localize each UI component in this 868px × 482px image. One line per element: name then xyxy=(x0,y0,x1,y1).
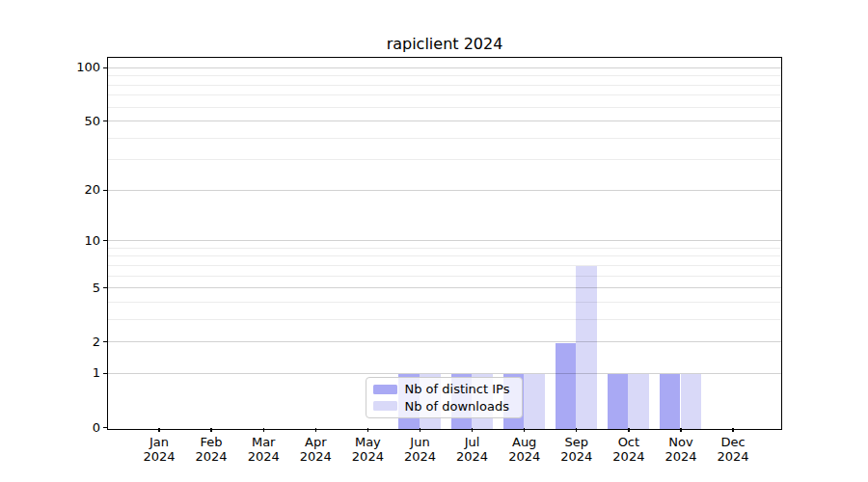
y-tick-label: 1 xyxy=(58,365,100,381)
x-tick-label: Feb2024 xyxy=(184,435,238,465)
gridline-major xyxy=(108,287,781,288)
gridline-major xyxy=(108,240,781,241)
x-tick-label: Mar2024 xyxy=(236,435,290,465)
y-axis-tick xyxy=(103,190,108,191)
x-tick-label: Jun2024 xyxy=(393,435,448,465)
y-tick-label: 2 xyxy=(58,335,100,350)
x-axis-tick xyxy=(524,428,525,433)
x-tick-label: Sep2024 xyxy=(550,435,604,465)
gridline-minor xyxy=(108,159,781,160)
x-tick-label: Jan2024 xyxy=(132,435,186,465)
y-tick-label: 10 xyxy=(58,233,100,249)
x-axis-tick xyxy=(158,428,159,433)
legend-label: Nb of distinct IPs xyxy=(405,382,510,396)
legend-label: Nb of downloads xyxy=(405,399,509,414)
year-label: 2024 xyxy=(288,449,342,465)
gridline-major xyxy=(108,67,781,68)
y-axis-tick xyxy=(103,67,108,68)
year-label: 2024 xyxy=(184,449,238,465)
x-tick-label: Aug2024 xyxy=(498,435,552,465)
month-label: Sep xyxy=(550,435,604,450)
figure: rapiclient 2024 0125102050100Jan2024Feb2… xyxy=(0,0,868,482)
y-axis-tick xyxy=(103,240,108,241)
y-axis-tick xyxy=(103,341,108,342)
x-tick-label: Jul2024 xyxy=(446,435,500,465)
x-tick-label: May2024 xyxy=(340,435,394,465)
x-tick-label: Oct2024 xyxy=(602,435,656,465)
year-label: 2024 xyxy=(654,449,708,465)
year-label: 2024 xyxy=(602,449,656,465)
month-label: Dec xyxy=(706,435,760,450)
x-axis-tick xyxy=(367,428,368,433)
gridline-minor xyxy=(108,85,781,86)
gridline-minor xyxy=(108,302,781,303)
y-axis-tick xyxy=(103,373,108,374)
month-label: Aug xyxy=(498,435,552,450)
x-axis-tick xyxy=(732,428,733,433)
legend-row: Nb of distinct IPs xyxy=(373,382,515,396)
year-label: 2024 xyxy=(706,449,760,465)
y-tick-label: 50 xyxy=(58,114,100,129)
y-axis-tick xyxy=(103,427,108,428)
month-label: Apr xyxy=(288,435,342,450)
gridline-minor xyxy=(108,248,781,249)
grid-layer xyxy=(108,58,781,429)
gridline-minor xyxy=(108,107,781,108)
gridline-minor xyxy=(108,319,781,320)
x-tick-label: Apr2024 xyxy=(288,435,342,465)
gridline-minor xyxy=(108,75,781,76)
legend-row: Nb of downloads xyxy=(373,399,515,414)
year-label: 2024 xyxy=(498,449,552,465)
y-tick-label: 5 xyxy=(58,281,100,296)
x-tick-label: Dec2024 xyxy=(706,435,760,465)
year-label: 2024 xyxy=(393,449,448,465)
month-label: Jun xyxy=(393,435,448,450)
month-label: Jul xyxy=(446,435,500,450)
gridline-minor xyxy=(108,276,781,277)
year-label: 2024 xyxy=(550,449,604,465)
year-label: 2024 xyxy=(132,449,186,465)
month-label: Nov xyxy=(654,435,708,450)
legend-swatch-distinct-ips xyxy=(373,385,397,394)
plot-area xyxy=(107,57,782,430)
x-axis-tick xyxy=(472,428,473,433)
legend-swatch-downloads xyxy=(373,401,397,411)
x-axis-tick xyxy=(680,428,681,433)
x-axis-tick xyxy=(263,428,264,433)
gridline-minor xyxy=(108,94,781,95)
x-axis-tick xyxy=(420,428,420,433)
legend: Nb of distinct IPs Nb of downloads xyxy=(366,377,523,418)
y-tick-label: 0 xyxy=(58,420,100,436)
gridline-minor xyxy=(108,138,781,139)
y-axis-tick xyxy=(103,120,108,121)
month-label: Mar xyxy=(236,435,290,450)
y-axis-tick xyxy=(103,287,108,288)
x-axis-tick xyxy=(210,428,211,433)
x-axis-tick xyxy=(315,428,316,433)
year-label: 2024 xyxy=(340,449,394,465)
x-axis-tick xyxy=(628,428,629,433)
gridline-major xyxy=(108,341,781,342)
y-tick-label: 100 xyxy=(58,60,100,75)
x-tick-label: Nov2024 xyxy=(654,435,708,465)
year-label: 2024 xyxy=(446,449,500,465)
gridline-minor xyxy=(108,265,781,266)
y-tick-label: 20 xyxy=(58,182,100,198)
month-label: Feb xyxy=(184,435,238,450)
gridline-major xyxy=(108,190,781,191)
chart-title: rapiclient 2024 xyxy=(108,35,781,53)
gridline-major xyxy=(108,373,781,374)
gridline-minor xyxy=(108,255,781,256)
x-axis-tick xyxy=(576,428,577,433)
month-label: Oct xyxy=(602,435,656,450)
month-label: Jan xyxy=(132,435,186,450)
year-label: 2024 xyxy=(236,449,290,465)
gridline-major xyxy=(108,120,781,121)
month-label: May xyxy=(340,435,394,450)
